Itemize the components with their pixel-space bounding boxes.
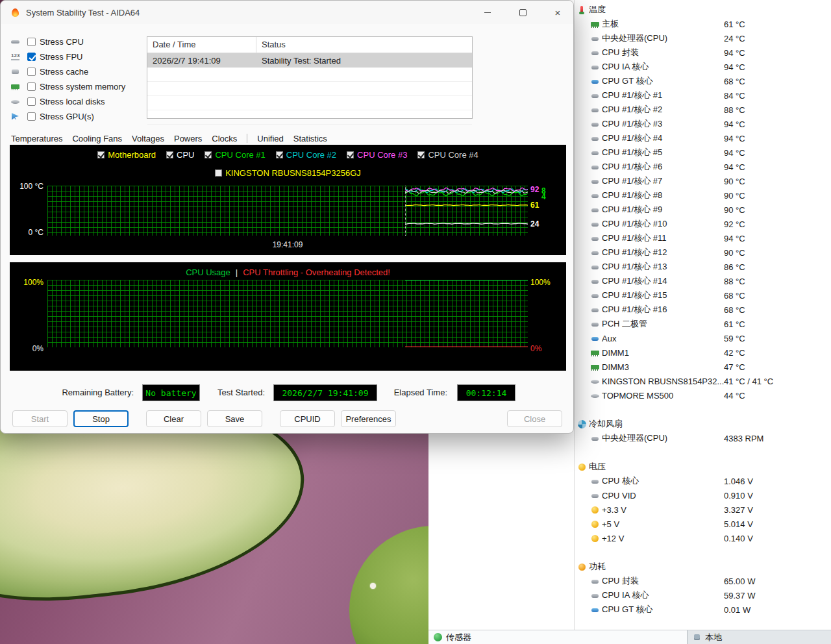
tab[interactable]: Powers (174, 134, 202, 143)
y-axis-max: 100 °C (12, 182, 43, 191)
sensor-row: +3.3 V 3.327 V (574, 502, 831, 517)
checkbox[interactable] (27, 53, 36, 61)
legend-checkbox[interactable] (417, 151, 425, 158)
sensor-label: CPU 核心 (602, 475, 639, 487)
tab[interactable]: Unified (247, 134, 283, 143)
action-button[interactable]: Save (207, 410, 262, 427)
action-button[interactable]: Stop (73, 410, 129, 427)
cpu-chip-icon (591, 291, 599, 300)
legend-item[interactable]: CPU (166, 150, 194, 160)
tab-local-page[interactable]: 本地 (687, 630, 831, 644)
column-header-status[interactable]: Status (256, 37, 291, 53)
action-button[interactable]: Preferences (341, 410, 396, 427)
checkbox[interactable] (27, 38, 36, 46)
cell-status: Stability Test: Started (256, 56, 346, 66)
cpu-chip-icon (591, 34, 599, 43)
cpu-chip-icon (591, 63, 599, 71)
stress-option[interactable]: Stress system memory (11, 79, 125, 94)
sensor-row: CPU #1/核心 #15 68 °C (574, 288, 831, 303)
checkbox[interactable] (27, 97, 36, 106)
action-button[interactable]: CPUID (280, 410, 335, 427)
legend-checkbox[interactable] (215, 169, 222, 177)
temperature-plot (47, 186, 528, 236)
sensor-value: 90 °C (724, 177, 745, 186)
checkbox[interactable] (27, 68, 36, 76)
legend-item[interactable]: CPU Core #1 (205, 150, 265, 160)
tab-sensor-page[interactable]: 传感器 (428, 630, 687, 644)
usage-right-current: 100% (530, 278, 559, 287)
column-header-datetime[interactable]: Date / Time (147, 37, 256, 53)
legend-label: CPU Core #2 (286, 150, 336, 160)
sensor-row: CPU #1/核心 #12 90 °C (574, 245, 831, 260)
sensor-label: KINGSTON RBUSNS8154P32... (602, 377, 724, 386)
table-row[interactable]: 2026/2/7 19:41:09 Stability Test: Starte… (147, 53, 472, 68)
sensor-label: CPU #1/核心 #14 (602, 275, 667, 287)
disk-icon (591, 377, 599, 386)
legend-checkbox[interactable] (347, 151, 354, 158)
legend-checkbox[interactable] (166, 151, 173, 158)
stress-cpu-icon (11, 38, 19, 46)
sensor-value: 92 °C (724, 219, 745, 229)
sensor-section-fans: 冷却风扇 中央处理器(CPU) 4383 RPM (574, 417, 831, 445)
legend-item[interactable]: CPU Core #2 (276, 150, 336, 160)
sensor-value: 88 °C (724, 105, 745, 115)
tab[interactable]: Cooling Fans (72, 134, 122, 143)
thermometer-icon (578, 6, 586, 14)
stress-options: Stress CPU Stress FPU Stress cache Stres… (11, 34, 125, 124)
tab[interactable]: Statistics (293, 134, 327, 143)
legend-item[interactable]: CPU Core #3 (347, 150, 407, 160)
sensor-label: CPU #1/核心 #3 (602, 118, 662, 130)
temperature-chart: Motherboard CPU CPU Core #1 CPU Core #2 … (10, 145, 566, 255)
sensor-value: 59 °C (724, 334, 745, 343)
throttling-alert: CPU Throttling - Overheating Detected! (243, 267, 390, 277)
sensor-label: CPU 封装 (602, 47, 639, 58)
legend-item[interactable]: CPU Core #4 (417, 150, 478, 160)
elapsed-time-display: 00:12:14 (457, 384, 515, 401)
action-button[interactable]: Clear (146, 410, 201, 427)
tab[interactable]: Temperatures (11, 134, 62, 143)
stress-option[interactable]: Stress FPU (11, 49, 125, 64)
stress-option[interactable]: Stress local disks (11, 94, 125, 109)
section-title: 电压 (589, 461, 606, 473)
legend-checkbox[interactable] (276, 151, 283, 158)
maximize-button[interactable] (510, 4, 536, 21)
sensor-row: +5 V 5.014 V (574, 517, 831, 531)
stress-fpu-icon (11, 53, 19, 61)
cpu-chip-icon (591, 591, 599, 600)
stress-option[interactable]: Stress cache (11, 64, 125, 79)
sensor-label: CPU #1/核心 #12 (602, 247, 667, 258)
close-button[interactable]: Close (507, 410, 562, 427)
sensor-row: CPU #1/核心 #9 90 °C (574, 203, 831, 217)
legend-checkbox[interactable] (205, 151, 212, 158)
legend-label: Motherboard (108, 150, 156, 160)
sensor-value: 1.046 V (724, 477, 753, 486)
sensor-value: 0.910 V (724, 491, 753, 501)
checkbox[interactable] (27, 112, 36, 121)
sensor-label: +12 V (602, 534, 624, 543)
sensor-label: CPU #1/核心 #7 (602, 175, 662, 187)
stress-option[interactable]: Stress CPU (11, 34, 125, 49)
sensor-value: 68 °C (724, 77, 745, 86)
tab[interactable]: Clocks (212, 134, 237, 143)
stress-option[interactable]: Stress GPU(s) (11, 109, 125, 124)
legend-label: CPU Core #1 (215, 150, 265, 160)
minimize-button[interactable] (475, 4, 501, 21)
sensor-value: 94 °C (724, 62, 745, 72)
close-window-button[interactable]: × (545, 4, 571, 21)
legend-item[interactable]: KINGSTON RBUSNS8154P3256GJ (215, 168, 361, 178)
sensor-label: 中央处理器(CPU) (602, 432, 667, 444)
stress-cache-icon (11, 68, 19, 76)
sensor-label: 主板 (602, 18, 619, 30)
legend-checkbox[interactable] (97, 151, 105, 158)
test-started-display: 2026/2/7 19:41:09 (273, 384, 377, 401)
sensor-value: 0.01 W (724, 605, 750, 615)
sensor-row: CPU #1/核心 #1 84 °C (574, 88, 831, 103)
sensor-row: CPU 封装 94 °C (574, 45, 831, 60)
sensor-row: CPU IA 核心 59.37 W (574, 588, 831, 602)
checkbox[interactable] (27, 82, 36, 91)
sensor-value: 47 °C (724, 362, 745, 372)
legend-item[interactable]: Motherboard (97, 150, 156, 160)
tab[interactable]: Voltages (132, 134, 164, 143)
sensor-value: 94 °C (724, 134, 745, 143)
action-button[interactable]: Start (12, 410, 68, 427)
